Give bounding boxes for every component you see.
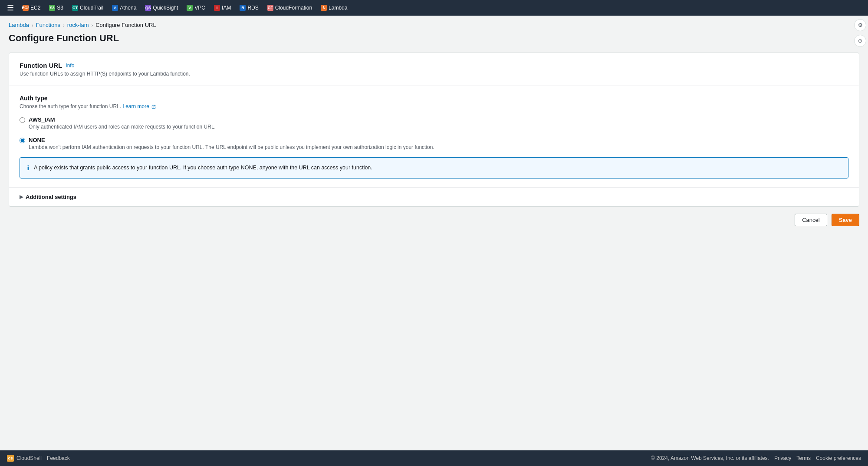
info-link[interactable]: Info (66, 63, 74, 69)
radio-none-desc: Lambda won't perform IAM authentication … (29, 144, 434, 150)
nav-label-cloudtrail: CloudTrail (80, 5, 103, 11)
nav-label-rds: RDS (247, 5, 258, 11)
rds-icon: R (240, 5, 246, 11)
radio-none-label: NONE (29, 137, 434, 143)
breadcrumb-current: Configure Function URL (95, 22, 156, 28)
athena-icon: A (112, 5, 118, 11)
breadcrumb-sep-2: › (63, 23, 65, 28)
nav-label-quicksight: QuickSight (153, 5, 178, 11)
info-circle-icon: ℹ (27, 164, 30, 172)
cloudtrail-icon: CT (72, 5, 78, 11)
info-box-text: A policy exists that grants public acces… (34, 164, 372, 172)
nav-item-rds[interactable]: R RDS (236, 3, 262, 13)
right-icons-panel: ⚙ ⊙ (852, 16, 868, 50)
breadcrumb-sep-3: › (92, 23, 93, 28)
vpc-icon: V (187, 5, 193, 11)
additional-settings-label: Additional settings (26, 194, 76, 200)
action-bar: Cancel Save (0, 207, 868, 233)
radio-aws-iam-desc: Only authenticated IAM users and roles c… (29, 124, 216, 130)
lambda-icon: λ (321, 5, 327, 11)
radio-option-aws-iam: AWS_IAM Only authenticated IAM users and… (20, 116, 848, 130)
radio-none-content: NONE Lambda won't perform IAM authentica… (29, 137, 434, 150)
nav-item-ec2[interactable]: EC2 EC2 (19, 3, 44, 13)
nav-item-athena[interactable]: A Athena (108, 3, 140, 13)
ec2-icon: EC2 (23, 5, 29, 11)
quicksight-icon: QS (145, 5, 151, 11)
section-title-row: Function URL Info (20, 62, 848, 69)
nav-item-lambda[interactable]: λ Lambda (317, 3, 351, 13)
nav-item-iam[interactable]: I IAM (210, 3, 234, 13)
additional-settings-section: ▶ Additional settings (9, 187, 859, 206)
nav-label-vpc: VPC (194, 5, 205, 11)
cancel-button[interactable]: Cancel (795, 214, 827, 226)
cloudformation-icon: CF (267, 5, 273, 11)
learn-more-text: Learn more (122, 103, 149, 109)
external-link-icon (151, 105, 156, 109)
breadcrumb: Lambda › Functions › rock-lam › Configur… (0, 16, 868, 33)
auth-type-desc: Choose the auth type for your function U… (20, 103, 121, 109)
nav-label-athena: Athena (120, 5, 136, 11)
section-desc: Use function URLs to assign HTTP(S) endp… (20, 71, 848, 77)
nav-label-s3: S3 (57, 5, 63, 11)
auth-type-label: Auth type (20, 95, 848, 102)
function-url-card: Function URL Info Use function URLs to a… (9, 53, 859, 207)
additional-settings-toggle-button[interactable]: ▶ Additional settings (20, 194, 76, 200)
nav-item-cloudformation[interactable]: CF CloudFormation (264, 3, 316, 13)
content-area: Lambda › Functions › rock-lam › Configur… (0, 16, 868, 233)
page-title: Configure Function URL (0, 33, 868, 53)
radio-option-none: NONE Lambda won't perform IAM authentica… (20, 137, 848, 150)
radio-aws-iam-content: AWS_IAM Only authenticated IAM users and… (29, 116, 216, 130)
card-section-header: Function URL Info Use function URLs to a… (9, 53, 859, 86)
breadcrumb-sep-1: › (32, 23, 33, 28)
radio-aws-iam-label: AWS_IAM (29, 116, 216, 123)
auth-type-section: Auth type Choose the auth type for your … (9, 86, 859, 187)
nav-label-iam: IAM (222, 5, 231, 11)
top-nav: ☰ EC2 EC2 S3 S3 CT CloudTrail A Athena Q… (0, 0, 868, 16)
info-box: ℹ A policy exists that grants public acc… (20, 157, 848, 178)
notification-icon[interactable]: ⚙ (854, 19, 866, 31)
auth-type-sublabel: Choose the auth type for your function U… (20, 103, 848, 109)
save-button[interactable]: Save (832, 214, 859, 226)
nav-item-vpc[interactable]: V VPC (183, 3, 209, 13)
breadcrumb-rock-lam[interactable]: rock-lam (67, 22, 89, 28)
settings-icon[interactable]: ⊙ (854, 35, 866, 47)
iam-icon: I (214, 5, 220, 11)
sidebar-toggle-button[interactable]: ☰ (3, 2, 17, 13)
nav-item-quicksight[interactable]: QS QuickSight (141, 3, 181, 13)
learn-more-link[interactable]: Learn more (122, 103, 156, 109)
nav-item-cloudtrail[interactable]: CT CloudTrail (69, 3, 107, 13)
radio-none[interactable] (20, 138, 25, 143)
s3-icon: S3 (49, 5, 55, 11)
nav-item-s3[interactable]: S3 S3 (46, 3, 67, 13)
breadcrumb-lambda[interactable]: Lambda (9, 22, 29, 28)
breadcrumb-functions[interactable]: Functions (36, 22, 60, 28)
nav-label-ec2: EC2 (30, 5, 40, 11)
section-title: Function URL (20, 62, 62, 69)
chevron-right-icon: ▶ (20, 194, 23, 200)
radio-aws-iam[interactable] (20, 117, 25, 123)
nav-label-lambda: Lambda (329, 5, 347, 11)
nav-label-cloudformation: CloudFormation (275, 5, 312, 11)
